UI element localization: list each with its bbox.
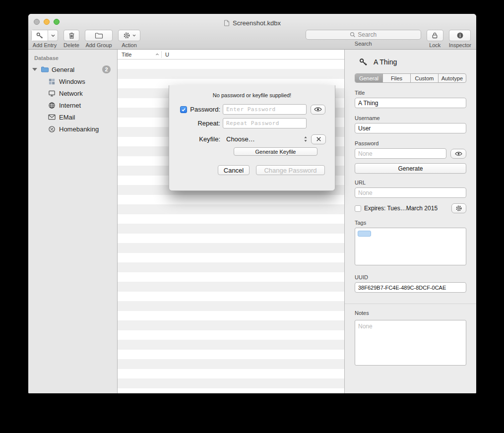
sidebar-item-homebanking[interactable]: Homebanking [28, 123, 117, 135]
sidebar-item-general[interactable]: General 2 [28, 63, 117, 75]
sidebar-item-label: Network [59, 90, 83, 97]
repeat-password-input[interactable] [223, 118, 307, 128]
dialog-buttons: Cancel Change Password [169, 165, 335, 175]
clear-keyfile-button[interactable] [311, 134, 326, 144]
column-header-username[interactable]: U [162, 52, 169, 58]
add-entry-dropdown[interactable] [48, 30, 58, 41]
uuid-field-label: UUID [355, 274, 466, 280]
toolbar-right-group: Search Search Lock [306, 30, 471, 48]
dialog-password-labelbox: Password: [180, 106, 220, 113]
password-field[interactable] [355, 148, 446, 159]
sidebar-item-label: Windows [59, 78, 85, 85]
lock-button[interactable] [427, 30, 443, 41]
url-field-label: URL [355, 180, 466, 186]
expires-checkbox[interactable] [355, 205, 361, 212]
add-entry-label: Add Entry [33, 42, 57, 48]
search-label: Search [355, 41, 372, 47]
dialog-keyfile-label: Keyfile: [199, 135, 220, 143]
column-header-title[interactable]: Title [118, 50, 161, 59]
dialog-keyfile-row: Keyfile: Choose… [169, 134, 335, 144]
password-row [355, 148, 466, 159]
close-button[interactable] [34, 19, 40, 25]
gear-icon [455, 205, 462, 212]
cancel-button[interactable]: Cancel [218, 165, 250, 175]
url-field[interactable] [355, 187, 466, 198]
toolbar-item-inspector: Inspector [449, 30, 471, 48]
trash-icon [68, 32, 75, 40]
sidebar-item-internet[interactable]: Internet [28, 99, 117, 111]
notes-field[interactable] [355, 320, 466, 366]
generate-password-button[interactable]: Generate [355, 163, 466, 174]
add-entry-main[interactable] [32, 30, 48, 41]
entry-count-badge: 2 [102, 65, 111, 73]
tab-custom[interactable]: Custom [411, 74, 439, 82]
eye-icon [314, 107, 322, 112]
tab-general[interactable]: General [355, 74, 383, 82]
expires-settings-button[interactable] [451, 203, 466, 213]
folder-icon [41, 66, 49, 73]
tag-chip[interactable] [358, 231, 371, 237]
tags-field-label: Tags [355, 220, 466, 226]
disclosure-triangle-icon[interactable] [32, 68, 37, 71]
username-field[interactable] [355, 123, 466, 133]
dialog-message: No password or keyfile supplied! [169, 92, 335, 98]
search-input[interactable]: Search [306, 30, 421, 40]
envelope-icon [48, 114, 56, 120]
password-checkbox[interactable] [180, 106, 187, 113]
content-area: Database General 2 Windows Network [28, 50, 476, 393]
enter-password-input[interactable] [223, 104, 307, 115]
action-button[interactable] [118, 30, 140, 41]
eye-icon [455, 151, 462, 156]
sidebar-item-email[interactable]: EMail [28, 111, 117, 123]
title-field[interactable] [355, 98, 466, 108]
inspector-divider [345, 304, 476, 304]
lock-label: Lock [429, 42, 441, 48]
sidebar-item-network[interactable]: Network [28, 87, 117, 99]
sidebar-group-label: General [52, 66, 74, 73]
tags-field[interactable] [355, 228, 466, 265]
add-entry-button[interactable] [31, 30, 58, 41]
windows-icon [48, 78, 56, 85]
window-title-text: Screenshot.kdbx [233, 19, 281, 27]
entry-table-header: Title U [118, 50, 344, 60]
toolbar-left-group: Add Entry Delete A [31, 30, 140, 48]
add-group-button[interactable] [85, 30, 113, 41]
tab-autotype[interactable]: Autotype [439, 74, 466, 82]
dialog-password-row: Password: [169, 104, 335, 115]
dialog-keyfile-labelbox: Keyfile: [180, 135, 220, 143]
dialog-repeat-row: Repeat: [169, 118, 335, 128]
expires-label: Expires: Tues…March 2015 [364, 205, 438, 212]
keyfile-popup[interactable]: Choose… [223, 134, 309, 144]
entry-title: A Thing [374, 58, 397, 66]
toolbar-item-search: Search Search [306, 30, 421, 47]
reveal-password-button[interactable] [450, 149, 466, 159]
tab-files[interactable]: Files [383, 74, 411, 82]
zoom-button[interactable] [54, 19, 60, 25]
inspector-toggle-button[interactable] [449, 30, 471, 41]
change-password-dialog: No password or keyfile supplied! Passwor… [169, 85, 335, 191]
generate-keyfile-button[interactable]: Generate Keyfile [234, 147, 317, 156]
lock-icon [431, 32, 439, 39]
delete-button[interactable] [63, 30, 79, 41]
expires-row: Expires: Tues…March 2015 [355, 203, 466, 213]
toolbar-item-add-entry: Add Entry [31, 30, 58, 48]
toolbar: Add Entry Delete A [28, 29, 476, 48]
uuid-field[interactable] [355, 282, 466, 293]
dialog-repeat-labelbox: Repeat: [180, 120, 220, 127]
dialog-repeat-label: Repeat: [197, 120, 220, 127]
add-group-label: Add Group [85, 42, 112, 48]
sidebar-item-windows[interactable]: Windows [28, 75, 117, 87]
app-window: Screenshot.kdbx [28, 14, 476, 393]
window-header: Screenshot.kdbx [28, 14, 476, 50]
minimize-button[interactable] [44, 19, 50, 25]
change-password-button[interactable]: Change Password [256, 165, 325, 175]
globe-icon [48, 102, 56, 109]
chevron-down-icon [51, 34, 55, 37]
info-icon [456, 32, 464, 39]
notes-field-label: Notes [355, 310, 466, 316]
column-title-label: Title [122, 52, 131, 58]
window-title: Screenshot.kdbx [224, 16, 281, 27]
reveal-password-button[interactable] [311, 105, 325, 115]
sidebar-item-label: EMail [59, 114, 75, 121]
close-x-icon [316, 136, 321, 142]
